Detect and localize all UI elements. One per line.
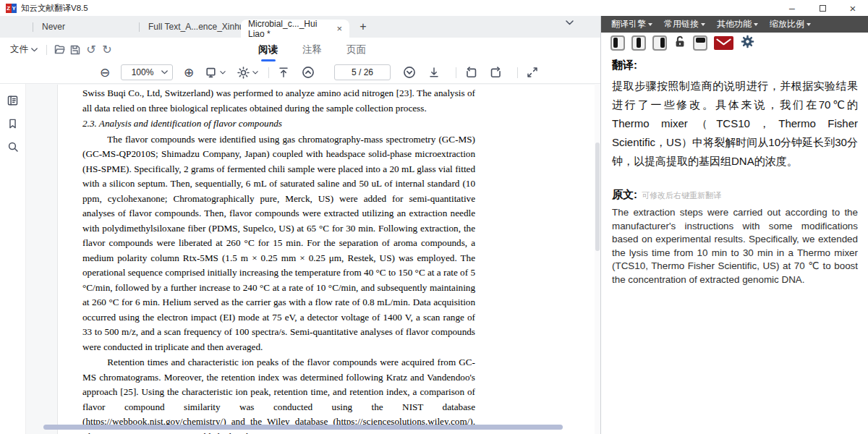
menu-label: 翻译引擎 xyxy=(611,18,646,30)
doc-section-heading: 2.3. Analysis and identification of flav… xyxy=(82,116,475,132)
bookmarks-panel-button[interactable] xyxy=(5,116,21,132)
tab-close-icon[interactable]: × xyxy=(336,23,342,34)
previous-page-button[interactable] xyxy=(299,64,317,81)
document-sidebar xyxy=(0,84,26,434)
translation-content: 翻译: 提取步骤按照制造商的说明进行，并根据实验结果进行了一些修改。具体来说，我… xyxy=(601,53,868,287)
horizontal-scrollbar-thumb[interactable] xyxy=(43,425,563,430)
go-first-page-button[interactable] xyxy=(275,64,292,81)
unlock-button[interactable] xyxy=(673,35,686,51)
arrow-to-bottom-icon xyxy=(428,67,440,78)
page-indicator-value[interactable] xyxy=(337,67,388,77)
chevron-down-icon xyxy=(161,70,168,75)
redo-icon: ↻ xyxy=(102,44,111,56)
menu-other-functions[interactable]: 其他功能 xyxy=(717,18,758,30)
tab-list-chevron-icon[interactable] xyxy=(566,20,574,25)
zoom-in-icon: ⊕ xyxy=(184,67,194,79)
envelope-icon xyxy=(715,38,732,48)
tab-never[interactable]: Never xyxy=(33,16,74,38)
active-tab-label: Microbial_c..._Hui Liao * xyxy=(248,19,331,39)
layout-pane-left-icon[interactable] xyxy=(610,35,625,51)
pdf-toolbar: ⊖ ⊕ xyxy=(0,61,600,84)
layout-pane-right-icon[interactable] xyxy=(652,35,667,51)
divider xyxy=(46,45,47,55)
save-icon xyxy=(69,44,81,56)
rotate-left-button[interactable] xyxy=(462,64,480,81)
layout-pane-middle-icon[interactable] xyxy=(631,35,646,51)
go-last-page-button[interactable] xyxy=(425,64,443,81)
chevron-down-icon xyxy=(31,48,38,52)
open-file-button[interactable] xyxy=(51,42,67,58)
zoom-level-select[interactable] xyxy=(121,64,173,80)
outline-icon xyxy=(7,95,19,106)
caret-down-icon xyxy=(701,23,705,26)
app-logo-icon: Z Y xyxy=(6,4,17,13)
vertical-scrollbar-thumb[interactable] xyxy=(595,142,600,251)
save-button[interactable] xyxy=(67,42,83,58)
file-menu[interactable]: 文件 xyxy=(0,43,42,56)
search-icon xyxy=(7,141,19,153)
maximize-button[interactable] xyxy=(817,3,827,13)
translation-panel-menu: 翻译引擎 常用链接 其他功能 缩放比例 xyxy=(601,16,868,33)
logo-letter-z: Z xyxy=(6,4,12,13)
next-page-button[interactable] xyxy=(401,64,418,81)
tab-microbial-active[interactable]: Microbial_c..._Hui Liao * × xyxy=(241,20,349,38)
close-window-button[interactable]: × xyxy=(848,3,858,13)
redo-button[interactable]: ↻ xyxy=(99,42,115,58)
settings-button[interactable] xyxy=(740,34,755,52)
file-menu-label: 文件 xyxy=(10,43,28,56)
doc-paragraph: The flavor compounds were identified usi… xyxy=(82,132,475,355)
translation-heading: 翻译: xyxy=(612,59,858,72)
feedback-email-button[interactable] xyxy=(714,36,733,50)
zoom-level-value[interactable] xyxy=(126,67,159,77)
layout-pane-top-icon[interactable] xyxy=(693,35,707,51)
original-heading: 原文: xyxy=(612,188,637,202)
tab-fulltext-xinhua[interactable]: Full Text_A...ence_Xinhua xyxy=(140,16,258,38)
chevron-down-circle-icon xyxy=(403,66,416,79)
original-text[interactable]: The extraction steps were carried out ac… xyxy=(612,206,858,287)
menu-label: 常用链接 xyxy=(664,18,699,30)
window-title: 知云文献翻译V8.5 xyxy=(21,3,88,14)
menu-common-links[interactable]: 常用链接 xyxy=(664,18,705,30)
menu-translation-engine[interactable]: 翻译引擎 xyxy=(611,18,652,30)
original-hint: 可修改后右键重新翻译 xyxy=(642,190,721,201)
zoom-in-button[interactable]: ⊕ xyxy=(180,64,197,81)
thumbnails-panel-button[interactable] xyxy=(5,93,21,109)
rotate-left-icon xyxy=(465,67,477,79)
pdf-page: Swiss Buqi Co., Ltd, Switzerland) was pe… xyxy=(57,85,595,434)
minimize-button[interactable]: – xyxy=(787,3,797,13)
brightness-button[interactable] xyxy=(237,64,258,81)
search-panel-button[interactable] xyxy=(5,139,21,155)
tab-page[interactable]: 页面 xyxy=(345,39,367,61)
rotate-right-icon xyxy=(490,67,502,79)
caret-down-icon xyxy=(807,23,811,26)
new-tab-button[interactable]: + xyxy=(354,18,372,35)
page-number-input[interactable] xyxy=(334,64,391,80)
page-display-mode-button[interactable] xyxy=(205,64,226,81)
vertical-scrollbar[interactable] xyxy=(595,84,600,434)
fullscreen-button[interactable] xyxy=(524,64,541,81)
chevron-down-icon xyxy=(220,71,226,75)
tab-read[interactable]: 阅读 xyxy=(257,39,279,61)
tab-annotate[interactable]: 注释 xyxy=(301,39,323,61)
menu-label: 其他功能 xyxy=(717,18,752,30)
rotate-right-button[interactable] xyxy=(487,64,504,81)
undo-icon: ↺ xyxy=(86,44,95,56)
page-display-icon xyxy=(205,67,217,79)
pdf-viewport[interactable]: Swiss Buqi Co., Ltd, Switzerland) was pe… xyxy=(26,84,595,434)
zoom-out-button[interactable]: ⊖ xyxy=(96,64,114,81)
folder-open-icon xyxy=(54,44,66,55)
translation-panel: 翻译引擎 常用链接 其他功能 缩放比例 xyxy=(600,16,868,434)
undo-button[interactable]: ↺ xyxy=(83,42,99,58)
divider xyxy=(517,67,518,78)
bookmark-icon xyxy=(7,118,18,129)
arrow-to-top-icon xyxy=(278,67,289,78)
menu-zoom-ratio[interactable]: 缩放比例 xyxy=(770,18,811,30)
translation-text[interactable]: 提取步骤按照制造商的说明进行，并根据实验结果进行了一些修改。具体来说，我们在70… xyxy=(612,77,858,171)
expand-arrows-icon xyxy=(527,67,538,78)
chevron-up-circle-icon xyxy=(302,66,315,79)
doc-paragraph: Swiss Buqi Co., Ltd, Switzerland) was pe… xyxy=(82,86,475,116)
gear-icon xyxy=(740,34,755,49)
lock-open-icon xyxy=(673,35,686,48)
maximize-icon xyxy=(820,5,826,12)
brightness-sun-icon xyxy=(237,67,250,79)
